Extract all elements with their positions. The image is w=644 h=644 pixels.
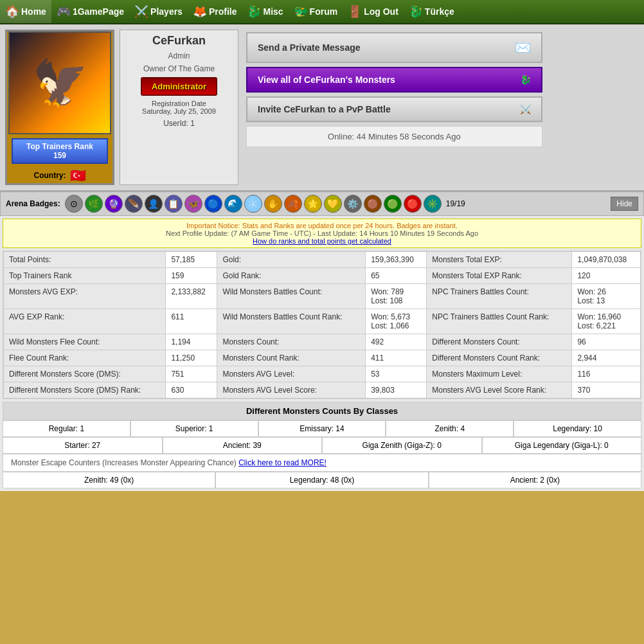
badge-feather[interactable]: 🪶 [125, 195, 143, 213]
forum-icon: 🐲 [294, 4, 308, 19]
main-content: Important Notice: Stats and Ranks are up… [0, 216, 644, 491]
nav-forum[interactable]: 🐲 Forum [289, 0, 343, 23]
ranks-link[interactable]: How do ranks and total points get calcul… [253, 237, 391, 245]
stat-label: Total Points: [4, 252, 166, 268]
logout-icon: 🚪 [348, 4, 362, 19]
stat-value: Won: 5,673 Lost: 1,066 [366, 309, 427, 334]
stat-value: Won: 16,960 Lost: 6,221 [572, 309, 641, 334]
badges-label: Arena Badges: [6, 199, 60, 208]
escape-count-cell: Zenith: 49 (0x) [3, 472, 215, 488]
stat-label: Monsters AVG Level Score: [217, 382, 366, 398]
profile-icon: 🦊 [193, 4, 207, 19]
badge-hand[interactable]: ✋ [264, 195, 282, 213]
badge-green[interactable]: 🟢 [384, 195, 402, 213]
nav-home[interactable]: 🏠 Home [0, 0, 51, 23]
username: CeFurkan [152, 34, 206, 48]
rank-badge: Top Trainers Rank 159 [12, 138, 108, 164]
action-box: Send a Private Message ✉️ View all of Ce… [244, 30, 545, 185]
stat-label: Different Monsters Count Rank: [427, 350, 572, 366]
stat-label: Monsters Total EXP Rank: [427, 268, 572, 284]
stat-label: Different Monsters Count: [427, 334, 572, 350]
stat-label: Monsters Maximum Level: [427, 366, 572, 382]
badge-ice[interactable]: ❄️ [244, 195, 262, 213]
stat-label: NPC Trainers Battles Count: [427, 284, 572, 309]
classes-row1: Regular: 1Superior: 1Emissary: 14Zenith:… [3, 420, 641, 437]
country-row: Country: 🇹🇷 [34, 168, 86, 183]
stat-label: Wild Monsters Flee Count: [4, 334, 166, 350]
monster-icon: 🐉 [520, 75, 531, 85]
stat-value: 65 [366, 268, 427, 284]
stat-label: Gold: [217, 252, 366, 268]
nav-profile[interactable]: 🦊 Profile [188, 0, 242, 23]
profile-area: 🦅 Top Trainers Rank 159 Country: 🇹🇷 CeFu… [0, 24, 644, 192]
badge-gem[interactable]: 🔮 [105, 195, 123, 213]
escape-link[interactable]: Click here to read MORE! [238, 458, 326, 467]
badge-brown[interactable]: 🟤 [364, 195, 382, 213]
stat-value: 116 [572, 366, 641, 382]
send-message-button[interactable]: Send a Private Message ✉️ [246, 32, 542, 63]
badge-circle[interactable]: ⊙ [65, 195, 83, 213]
home-icon: 🏠 [5, 4, 19, 19]
stat-value: 411 [366, 350, 427, 366]
role-admin: Admin [168, 51, 190, 60]
hide-badges-button[interactable]: Hide [611, 197, 638, 211]
misc-icon: 🐉 [247, 4, 261, 19]
stat-value: 57,185 [166, 252, 217, 268]
escape-count-cell: Legendary: 48 (0x) [215, 472, 428, 488]
badge-blue[interactable]: 🔵 [204, 195, 222, 213]
stat-label: Monsters Count: [217, 334, 366, 350]
badge-star2[interactable]: ✳️ [424, 195, 442, 213]
stat-value: Won: 26 Lost: 13 [572, 284, 641, 309]
envelope-icon: ✉️ [515, 40, 531, 55]
stat-label: NPC Trainers Battles Count Rank: [427, 309, 572, 334]
stat-label: Monsters AVG Level: [217, 366, 366, 382]
badge-star[interactable]: 🌟 [304, 195, 322, 213]
language-icon: 🐉 [409, 4, 423, 19]
stat-label: Wild Monsters Battles Count: [217, 284, 366, 309]
players-icon: ⚔️ [134, 4, 148, 19]
badge-gear[interactable]: ⚙️ [344, 195, 362, 213]
stat-label: Monsters Count Rank: [217, 350, 366, 366]
stat-value: 11,250 [166, 350, 217, 366]
stat-label: Monsters Total EXP: [427, 252, 572, 268]
view-monsters-button[interactable]: View all of CeFurkan's Monsters 🐉 [246, 67, 542, 93]
stat-label: Different Monsters Score (DMS): [4, 366, 166, 382]
stat-value: 630 [166, 382, 217, 398]
class-cell: Zenith: 4 [386, 420, 514, 437]
nav-players[interactable]: ⚔️ Players [129, 0, 188, 23]
notice-line1: Important Notice: Stats and Ranks are up… [8, 222, 636, 229]
admin-badge: Administrator [141, 77, 217, 96]
badge-yellow[interactable]: 💛 [324, 195, 342, 213]
spacer [550, 30, 639, 185]
online-status: Online: 44 Minutes 58 Seconds Ago [246, 126, 542, 147]
stat-value: Won: 789 Lost: 108 [366, 284, 427, 309]
badge-leaf[interactable]: 🌿 [85, 195, 103, 213]
badge-clipboard[interactable]: 📋 [165, 195, 183, 213]
stat-value: 2,944 [572, 350, 641, 366]
stats-section: Total Points:57,185Gold:159,363,390Monst… [3, 251, 641, 399]
flag-icon: 🇹🇷 [70, 168, 86, 183]
stat-value: 1,194 [166, 334, 217, 350]
classes-row2: Starter: 27Ancient: 39Giga Zenith (Giga-… [3, 437, 641, 454]
pvp-battle-button[interactable]: Invite CeFurkan to a PvP Battle ⚔️ [246, 96, 542, 122]
notice-bar: Important Notice: Stats and Ranks are up… [3, 219, 641, 248]
avatar-box: 🦅 Top Trainers Rank 159 Country: 🇹🇷 [5, 30, 114, 185]
nav-misc[interactable]: 🐉 Misc [242, 0, 288, 23]
badge-leaf2[interactable]: 🍂 [284, 195, 302, 213]
badges-bar: Arena Badges: ⊙ 🌿 🔮 🪶 👤 📋 🦋 🔵 🌊 ❄️ ✋ 🍂 🌟… [0, 192, 644, 216]
stat-label: Monsters AVG EXP: [4, 284, 166, 309]
nav-language[interactable]: 🐉 Türkçe [404, 0, 460, 23]
swords-icon: ⚔️ [520, 104, 531, 114]
nav-logout[interactable]: 🚪 Log Out [343, 0, 404, 23]
stat-value: 611 [166, 309, 217, 334]
class-cell: Giga Legendary (Giga-L): 0 [482, 437, 642, 454]
badge-butterfly[interactable]: 🦋 [184, 195, 202, 213]
userid: UserId: 1 [163, 119, 195, 128]
nav-gamepage[interactable]: 🎮 1GamePage [51, 0, 129, 23]
class-cell: Regular: 1 [3, 420, 130, 437]
badge-water[interactable]: 🌊 [224, 195, 242, 213]
stat-label: Flee Count Rank: [4, 350, 166, 366]
badge-ghost[interactable]: 👤 [145, 195, 163, 213]
badge-red[interactable]: 🔴 [404, 195, 422, 213]
class-cell: Giga Zenith (Giga-Z): 0 [322, 437, 482, 454]
